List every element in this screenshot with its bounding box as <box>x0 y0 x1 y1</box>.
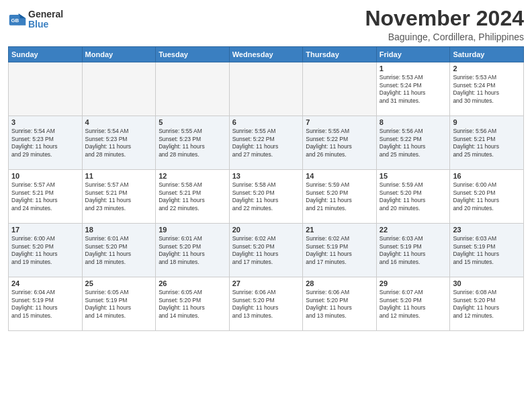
calendar-cell: 25Sunrise: 6:05 AM Sunset: 5:19 PM Dayli… <box>82 277 156 331</box>
day-number: 28 <box>306 279 373 287</box>
weekday-header: Wednesday <box>229 47 303 62</box>
month-title: November 2024 <box>365 7 524 30</box>
day-info: Sunrise: 6:01 AM Sunset: 5:20 PM Dayligh… <box>85 235 153 266</box>
calendar-cell: 19Sunrise: 6:01 AM Sunset: 5:20 PM Dayli… <box>156 224 230 277</box>
weekday-header: Tuesday <box>156 47 230 62</box>
day-number: 25 <box>85 279 153 287</box>
day-number: 23 <box>453 226 521 234</box>
calendar-week-row: 3Sunrise: 5:54 AM Sunset: 5:23 PM Daylig… <box>9 116 524 170</box>
day-number: 11 <box>85 172 153 180</box>
calendar-cell: 26Sunrise: 6:05 AM Sunset: 5:20 PM Dayli… <box>156 277 230 331</box>
day-info: Sunrise: 6:00 AM Sunset: 5:20 PM Dayligh… <box>11 235 79 266</box>
calendar-cell: 1Sunrise: 5:53 AM Sunset: 5:24 PM Daylig… <box>376 62 450 116</box>
day-number: 16 <box>453 172 521 180</box>
day-number: 3 <box>11 118 79 126</box>
day-info: Sunrise: 6:02 AM Sunset: 5:19 PM Dayligh… <box>306 235 373 266</box>
day-number: 18 <box>85 226 153 234</box>
day-number: 10 <box>11 172 79 180</box>
calendar-cell: 14Sunrise: 5:59 AM Sunset: 5:20 PM Dayli… <box>303 170 377 224</box>
day-info: Sunrise: 6:05 AM Sunset: 5:19 PM Dayligh… <box>85 289 153 320</box>
calendar-cell: 5Sunrise: 5:55 AM Sunset: 5:23 PM Daylig… <box>156 116 230 170</box>
day-number: 13 <box>232 172 300 180</box>
weekday-header: Friday <box>376 47 450 62</box>
calendar-cell: 2Sunrise: 5:53 AM Sunset: 5:24 PM Daylig… <box>450 62 524 116</box>
day-number: 17 <box>11 226 79 234</box>
day-number: 29 <box>380 279 447 287</box>
day-number: 6 <box>232 118 300 126</box>
day-number: 1 <box>380 64 447 73</box>
logo-icon: GB <box>8 10 27 29</box>
day-info: Sunrise: 5:59 AM Sunset: 5:20 PM Dayligh… <box>380 181 447 212</box>
day-info: Sunrise: 5:56 AM Sunset: 5:22 PM Dayligh… <box>380 128 447 158</box>
calendar-cell: 21Sunrise: 6:02 AM Sunset: 5:19 PM Dayli… <box>303 224 377 277</box>
day-number: 20 <box>232 226 300 234</box>
day-number: 15 <box>380 172 447 180</box>
day-number: 7 <box>306 118 373 126</box>
calendar-cell: 20Sunrise: 6:02 AM Sunset: 5:20 PM Dayli… <box>229 224 303 277</box>
svg-text:GB: GB <box>11 18 19 24</box>
day-number: 19 <box>159 226 226 234</box>
calendar-cell: 24Sunrise: 6:04 AM Sunset: 5:19 PM Dayli… <box>9 277 83 331</box>
calendar-cell: 4Sunrise: 5:54 AM Sunset: 5:23 PM Daylig… <box>82 116 156 170</box>
calendar-cell: 28Sunrise: 6:06 AM Sunset: 5:20 PM Dayli… <box>303 277 377 331</box>
day-number: 22 <box>380 226 447 234</box>
calendar-cell: 13Sunrise: 5:58 AM Sunset: 5:20 PM Dayli… <box>229 170 303 224</box>
header: GB General Blue November 2024 Baguinge, … <box>8 7 524 42</box>
day-info: Sunrise: 6:00 AM Sunset: 5:20 PM Dayligh… <box>453 181 521 212</box>
weekday-header: Monday <box>82 47 156 62</box>
day-info: Sunrise: 6:01 AM Sunset: 5:20 PM Dayligh… <box>159 235 226 266</box>
page: GB General Blue November 2024 Baguinge, … <box>0 0 532 411</box>
calendar-cell: 16Sunrise: 6:00 AM Sunset: 5:20 PM Dayli… <box>450 170 524 224</box>
location: Baguinge, Cordillera, Philippines <box>365 32 524 42</box>
calendar-cell: 27Sunrise: 6:06 AM Sunset: 5:20 PM Dayli… <box>229 277 303 331</box>
title-block: November 2024 Baguinge, Cordillera, Phil… <box>365 7 524 42</box>
calendar-cell <box>303 62 377 116</box>
weekday-header: Sunday <box>9 47 83 62</box>
day-info: Sunrise: 6:06 AM Sunset: 5:20 PM Dayligh… <box>306 289 373 320</box>
day-info: Sunrise: 6:03 AM Sunset: 5:19 PM Dayligh… <box>380 235 447 266</box>
calendar-table: SundayMondayTuesdayWednesdayThursdayFrid… <box>8 46 524 331</box>
day-number: 30 <box>453 279 521 287</box>
day-info: Sunrise: 5:55 AM Sunset: 5:23 PM Dayligh… <box>159 128 226 158</box>
calendar-cell: 3Sunrise: 5:54 AM Sunset: 5:23 PM Daylig… <box>9 116 83 170</box>
calendar-cell: 30Sunrise: 6:08 AM Sunset: 5:20 PM Dayli… <box>450 277 524 331</box>
day-info: Sunrise: 6:08 AM Sunset: 5:20 PM Dayligh… <box>453 289 521 320</box>
day-info: Sunrise: 6:04 AM Sunset: 5:19 PM Dayligh… <box>11 289 79 320</box>
day-number: 24 <box>11 279 79 287</box>
day-info: Sunrise: 5:59 AM Sunset: 5:20 PM Dayligh… <box>306 181 373 212</box>
day-info: Sunrise: 5:58 AM Sunset: 5:21 PM Dayligh… <box>159 181 226 212</box>
day-info: Sunrise: 5:55 AM Sunset: 5:22 PM Dayligh… <box>306 128 373 158</box>
day-info: Sunrise: 5:53 AM Sunset: 5:24 PM Dayligh… <box>380 74 447 105</box>
day-number: 5 <box>159 118 226 126</box>
calendar-cell: 10Sunrise: 5:57 AM Sunset: 5:21 PM Dayli… <box>9 170 83 224</box>
calendar-week-row: 24Sunrise: 6:04 AM Sunset: 5:19 PM Dayli… <box>9 277 524 331</box>
calendar-week-row: 10Sunrise: 5:57 AM Sunset: 5:21 PM Dayli… <box>9 170 524 224</box>
calendar-cell <box>229 62 303 116</box>
calendar-cell: 8Sunrise: 5:56 AM Sunset: 5:22 PM Daylig… <box>376 116 450 170</box>
calendar-cell: 6Sunrise: 5:55 AM Sunset: 5:22 PM Daylig… <box>229 116 303 170</box>
day-number: 14 <box>306 172 373 180</box>
day-number: 9 <box>453 118 521 126</box>
day-info: Sunrise: 5:58 AM Sunset: 5:20 PM Dayligh… <box>232 181 300 212</box>
day-number: 26 <box>159 279 226 287</box>
weekday-header-row: SundayMondayTuesdayWednesdayThursdayFrid… <box>9 47 524 62</box>
calendar-cell: 7Sunrise: 5:55 AM Sunset: 5:22 PM Daylig… <box>303 116 377 170</box>
calendar-cell: 12Sunrise: 5:58 AM Sunset: 5:21 PM Dayli… <box>156 170 230 224</box>
day-number: 12 <box>159 172 226 180</box>
day-number: 8 <box>380 118 447 126</box>
logo-text: General Blue <box>28 9 63 30</box>
calendar-cell: 18Sunrise: 6:01 AM Sunset: 5:20 PM Dayli… <box>82 224 156 277</box>
weekday-header: Thursday <box>303 47 377 62</box>
logo-general-text: General <box>28 9 63 19</box>
day-info: Sunrise: 6:05 AM Sunset: 5:20 PM Dayligh… <box>159 289 226 320</box>
calendar-cell: 9Sunrise: 5:56 AM Sunset: 5:21 PM Daylig… <box>450 116 524 170</box>
day-info: Sunrise: 6:06 AM Sunset: 5:20 PM Dayligh… <box>232 289 300 320</box>
day-number: 4 <box>85 118 153 126</box>
day-info: Sunrise: 5:54 AM Sunset: 5:23 PM Dayligh… <box>85 128 153 158</box>
calendar-cell: 11Sunrise: 5:57 AM Sunset: 5:21 PM Dayli… <box>82 170 156 224</box>
calendar-cell <box>9 62 83 116</box>
weekday-header: Saturday <box>450 47 524 62</box>
day-info: Sunrise: 6:03 AM Sunset: 5:19 PM Dayligh… <box>453 235 521 266</box>
calendar-week-row: 17Sunrise: 6:00 AM Sunset: 5:20 PM Dayli… <box>9 224 524 277</box>
calendar-cell: 29Sunrise: 6:07 AM Sunset: 5:20 PM Dayli… <box>376 277 450 331</box>
